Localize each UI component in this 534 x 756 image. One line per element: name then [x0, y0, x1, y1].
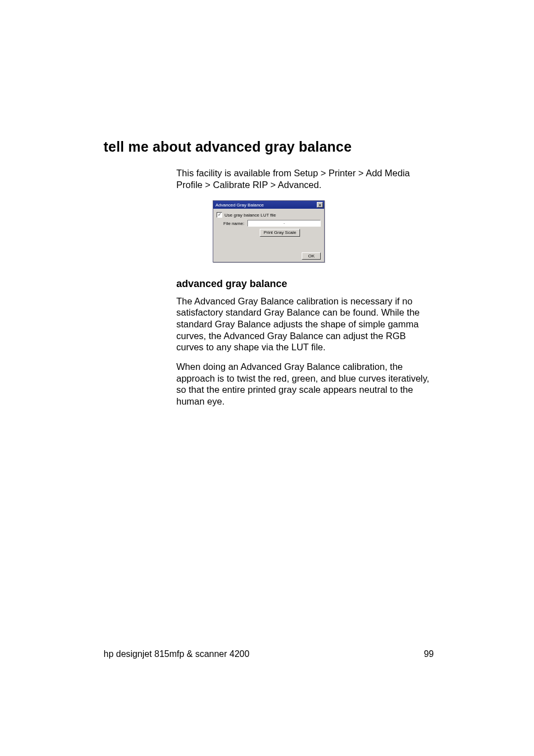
dialog-body: ✓ Use gray balance LUT file File name: -…: [213, 209, 324, 262]
dialog-title: Advanced Gray Balance: [216, 203, 264, 208]
print-button-row: Print Gray Scale: [239, 229, 321, 237]
paragraph-2: When doing an Advanced Gray Balance cali…: [176, 361, 434, 407]
filename-field[interactable]: -: [247, 220, 321, 227]
dialog-screenshot: Advanced Gray Balance × ✓ Use gray balan…: [104, 200, 434, 262]
close-icon[interactable]: ×: [317, 202, 323, 208]
body-section: advanced gray balance The Advanced Gray …: [176, 278, 434, 407]
page-footer: hp designjet 815mfp & scanner 4200 99: [104, 649, 434, 659]
ok-button[interactable]: OK: [302, 252, 321, 260]
advanced-gray-balance-dialog: Advanced Gray Balance × ✓ Use gray balan…: [213, 200, 325, 262]
dialog-titlebar: Advanced Gray Balance ×: [213, 201, 324, 209]
page-title: tell me about advanced gray balance: [104, 139, 434, 155]
use-lut-checkbox[interactable]: ✓: [217, 212, 222, 218]
paragraph-1: The Advanced Gray Balance calibration is…: [176, 295, 434, 353]
filename-label: File name:: [223, 221, 244, 226]
section-heading: advanced gray balance: [176, 278, 434, 290]
footer-left: hp designjet 815mfp & scanner 4200: [104, 649, 250, 659]
page-content: tell me about advanced gray balance This…: [104, 139, 434, 415]
ok-button-row: OK: [217, 252, 321, 260]
use-lut-checkbox-label: Use gray balance LUT file: [224, 213, 276, 218]
filename-row: File name: -: [223, 220, 321, 227]
intro-paragraph: This facility is available from Setup > …: [176, 167, 431, 190]
use-lut-checkbox-row: ✓ Use gray balance LUT file: [217, 212, 321, 218]
footer-page-number: 99: [424, 649, 434, 659]
print-gray-scale-button[interactable]: Print Gray Scale: [260, 229, 300, 237]
